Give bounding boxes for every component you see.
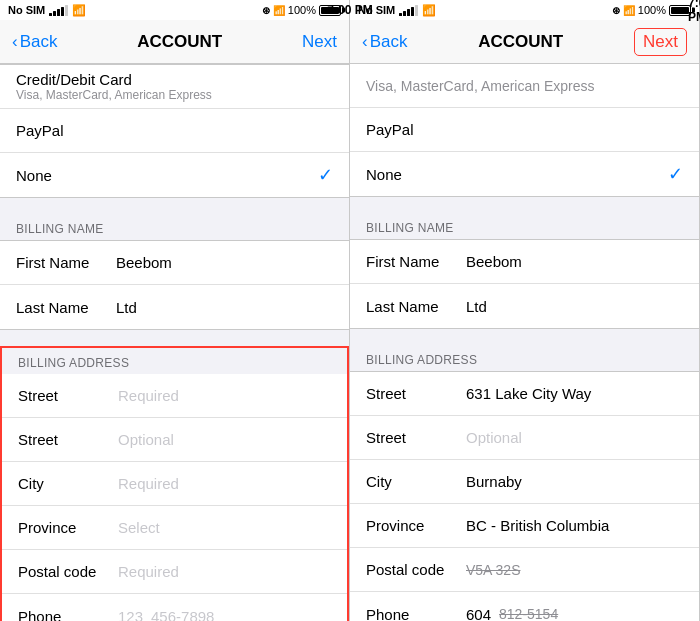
postal-row-right[interactable]: Postal code V5A 32S xyxy=(350,548,699,592)
province-value-right: BC - British Columbia xyxy=(466,517,683,534)
phone-number-left: 456-7898 xyxy=(151,608,214,622)
billing-name-header-right: BILLING NAME xyxy=(350,213,699,239)
paypal-row-right[interactable]: PayPal xyxy=(350,108,699,152)
carrier-label: No SIM xyxy=(8,4,45,16)
paypal-label-right: PayPal xyxy=(366,121,466,138)
city-placeholder-left: Required xyxy=(118,475,331,492)
screen-left: No SIM 📶 7:00 PM ⊛ 📶 100% ‹ Back ACCOUNT… xyxy=(0,0,350,621)
visa-sublabel-row: Visa, MasterCard, American Express xyxy=(350,64,699,108)
city-label-left: City xyxy=(18,475,118,492)
first-name-row-left[interactable]: First Name Beebom xyxy=(0,241,349,285)
bluetooth-icon-right: ⊛ xyxy=(612,5,620,16)
phone-masked-right: 812-5154 xyxy=(499,606,558,621)
back-label-left: Back xyxy=(20,32,58,52)
none-row-right[interactable]: None ✓ xyxy=(350,152,699,196)
city-row-right[interactable]: City Burnaby xyxy=(350,460,699,504)
first-name-value-left: Beebom xyxy=(116,254,333,271)
street1-row-right[interactable]: Street 631 Lake City Way xyxy=(350,372,699,416)
street2-row-left[interactable]: Street Optional xyxy=(2,418,347,462)
postal-row-left[interactable]: Postal code Required xyxy=(2,550,347,594)
billing-address-header-left: BILLING ADDRESS xyxy=(2,348,347,374)
phone-area-code: 604 xyxy=(466,606,491,622)
nav-bar-right: ‹ Back ACCOUNT Next xyxy=(350,20,699,64)
back-arrow-icon-right: ‹ xyxy=(362,32,368,52)
phone-label-left: Phone xyxy=(18,608,118,622)
province-row-right[interactable]: Province BC - British Columbia xyxy=(350,504,699,548)
last-name-row-right[interactable]: Last Name Ltd xyxy=(350,284,699,328)
postal-label-left: Postal code xyxy=(18,563,118,580)
street2-placeholder-left: Optional xyxy=(118,431,331,448)
back-button-left[interactable]: ‹ Back xyxy=(12,32,57,52)
battery-label: 100% xyxy=(288,4,316,16)
billing-name-group-right: First Name Beebom Last Name Ltd xyxy=(350,239,699,329)
first-name-value-right: Beebom xyxy=(466,253,683,270)
billing-address-header-right: BILLING ADDRESS xyxy=(350,345,699,371)
none-row[interactable]: None ✓ xyxy=(0,153,349,197)
scroll-area-right[interactable]: Visa, MasterCard, American Express PayPa… xyxy=(350,64,699,621)
wifi-icon: 📶 xyxy=(72,4,86,17)
back-button-right[interactable]: ‹ Back xyxy=(362,32,407,52)
none-checkmark-right: ✓ xyxy=(668,163,683,185)
phone-label-right: Phone xyxy=(366,606,466,622)
none-label: None xyxy=(16,167,116,184)
last-name-value-left: Ltd xyxy=(116,299,333,316)
province-placeholder-left: Select xyxy=(118,519,331,536)
first-name-label-right: First Name xyxy=(366,253,466,270)
next-button-right[interactable]: Next xyxy=(634,28,687,56)
street2-label-left: Street xyxy=(18,431,118,448)
province-label-left: Province xyxy=(18,519,118,536)
postal-value-right: V5A 32S xyxy=(466,562,521,578)
bluetooth-icon: ⊛ xyxy=(262,5,270,16)
signal-icon-right xyxy=(399,5,418,16)
postal-placeholder-left: Required xyxy=(118,563,331,580)
status-right-right: ⊛ 📶 100% xyxy=(612,4,691,16)
back-label-right: Back xyxy=(370,32,408,52)
wifi-icon-right: 📶 xyxy=(422,4,436,17)
status-left: No SIM 📶 xyxy=(8,4,86,17)
billing-name-group-left: First Name Beebom Last Name Ltd xyxy=(0,240,349,330)
billing-address-highlighted: BILLING ADDRESS Street Required Street O… xyxy=(0,346,349,621)
spacer-r2 xyxy=(350,329,699,345)
payment-methods-group: Credit/Debit Card Visa, MasterCard, Amer… xyxy=(0,64,349,198)
phone-area-left: 123 xyxy=(118,608,143,622)
nav-title-right: ACCOUNT xyxy=(478,32,563,52)
phone-row-right[interactable]: Phone 604 812-5154 xyxy=(350,592,699,621)
scroll-area-left[interactable]: Credit/Debit Card Visa, MasterCard, Amer… xyxy=(0,64,349,621)
visa-sublabel: Visa, MasterCard, American Express xyxy=(366,78,595,94)
first-name-row-right[interactable]: First Name Beebom xyxy=(350,240,699,284)
none-label-right: None xyxy=(366,166,466,183)
first-name-label-left: First Name xyxy=(16,254,116,271)
billing-address-group-right: Street 631 Lake City Way Street Optional… xyxy=(350,371,699,621)
street2-row-right[interactable]: Street Optional xyxy=(350,416,699,460)
street1-label-right: Street xyxy=(366,385,466,402)
wifi-status-icon: 📶 xyxy=(273,5,285,16)
street2-placeholder-right: Optional xyxy=(466,429,683,446)
province-row-left[interactable]: Province Select xyxy=(2,506,347,550)
paypal-row[interactable]: PayPal xyxy=(0,109,349,153)
city-label-right: City xyxy=(366,473,466,490)
payment-top-group: Visa, MasterCard, American Express PayPa… xyxy=(350,64,699,197)
next-button-left[interactable]: Next xyxy=(302,32,337,52)
credit-card-sublabel: Visa, MasterCard, American Express xyxy=(16,88,212,102)
province-label-right: Province xyxy=(366,517,466,534)
status-bar-right: No SIM 📶 7:01 PM ⊛ 📶 100% xyxy=(350,0,699,20)
street1-value-right: 631 Lake City Way xyxy=(466,385,683,402)
city-row-left[interactable]: City Required xyxy=(2,462,347,506)
credit-card-label: Credit/Debit Card xyxy=(16,71,212,88)
last-name-value-right: Ltd xyxy=(466,298,683,315)
postal-label-right: Postal code xyxy=(366,561,466,578)
street1-placeholder-left: Required xyxy=(118,387,331,404)
billing-name-header-left: BILLING NAME xyxy=(0,214,349,240)
nav-title-left: ACCOUNT xyxy=(137,32,222,52)
street1-row-left[interactable]: Street Required xyxy=(2,374,347,418)
spacer-2 xyxy=(0,330,349,346)
last-name-label-left: Last Name xyxy=(16,299,116,316)
last-name-row-left[interactable]: Last Name Ltd xyxy=(0,285,349,329)
credit-card-row[interactable]: Credit/Debit Card Visa, MasterCard, Amer… xyxy=(0,65,349,109)
street1-label-left: Street xyxy=(18,387,118,404)
paypal-label: PayPal xyxy=(16,122,116,139)
battery-icon xyxy=(319,5,341,16)
phone-row-left[interactable]: Phone 123 456-7898 xyxy=(2,594,347,621)
city-value-right: Burnaby xyxy=(466,473,683,490)
status-bar-left: No SIM 📶 7:00 PM ⊛ 📶 100% xyxy=(0,0,349,20)
